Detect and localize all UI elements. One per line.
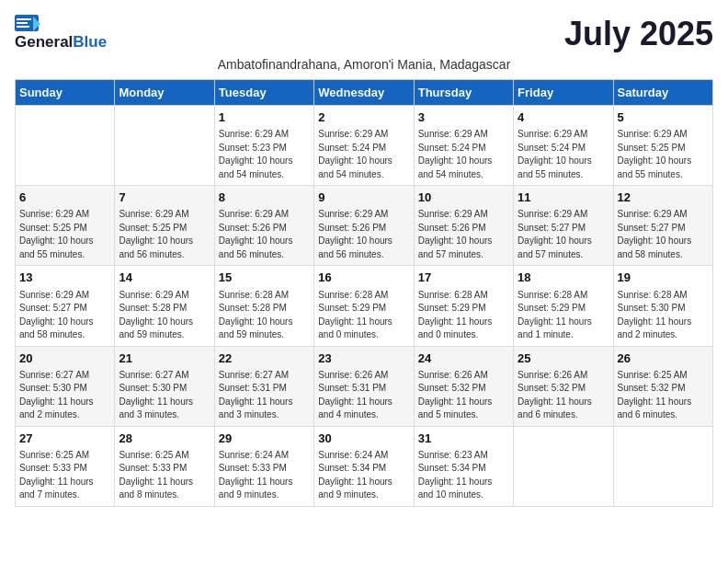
day-number: 20 — [19, 350, 110, 367]
day-info: Sunrise: 6:28 AM Sunset: 5:30 PM Dayligh… — [618, 289, 709, 342]
day-info: Sunrise: 6:28 AM Sunset: 5:29 PM Dayligh… — [318, 289, 409, 342]
calendar-cell: 26Sunrise: 6:25 AM Sunset: 5:32 PM Dayli… — [613, 346, 712, 426]
calendar-cell: 24Sunrise: 6:26 AM Sunset: 5:32 PM Dayli… — [414, 346, 513, 426]
month-title: July 2025 — [564, 15, 713, 53]
calendar-cell: 23Sunrise: 6:26 AM Sunset: 5:31 PM Dayli… — [314, 346, 414, 426]
svg-rect-3 — [17, 22, 28, 24]
day-info: Sunrise: 6:29 AM Sunset: 5:27 PM Dayligh… — [618, 208, 709, 261]
weekday-header: Monday — [115, 80, 214, 106]
day-info: Sunrise: 6:24 AM Sunset: 5:33 PM Dayligh… — [219, 449, 310, 502]
calendar-cell: 18Sunrise: 6:28 AM Sunset: 5:29 PM Dayli… — [514, 266, 613, 346]
day-info: Sunrise: 6:29 AM Sunset: 5:25 PM Dayligh… — [19, 208, 110, 261]
svg-rect-2 — [17, 18, 31, 20]
day-info: Sunrise: 6:25 AM Sunset: 5:33 PM Dayligh… — [19, 449, 110, 502]
calendar-cell: 28Sunrise: 6:25 AM Sunset: 5:33 PM Dayli… — [115, 426, 214, 506]
calendar-cell: 10Sunrise: 6:29 AM Sunset: 5:26 PM Dayli… — [414, 186, 513, 266]
calendar-cell: 15Sunrise: 6:28 AM Sunset: 5:28 PM Dayli… — [214, 266, 313, 346]
calendar-cell: 29Sunrise: 6:24 AM Sunset: 5:33 PM Dayli… — [214, 426, 313, 506]
day-number: 10 — [418, 190, 509, 206]
weekday-header: Sunday — [16, 80, 115, 106]
day-info: Sunrise: 6:26 AM Sunset: 5:32 PM Dayligh… — [518, 369, 609, 422]
logo-general: General — [15, 33, 73, 52]
day-number: 13 — [19, 270, 110, 286]
day-number: 4 — [518, 109, 609, 126]
calendar-cell: 17Sunrise: 6:28 AM Sunset: 5:29 PM Dayli… — [414, 266, 513, 346]
calendar-cell — [16, 106, 115, 186]
day-info: Sunrise: 6:29 AM Sunset: 5:25 PM Dayligh… — [119, 208, 210, 261]
day-number: 23 — [318, 350, 409, 367]
weekday-header: Tuesday — [214, 80, 313, 106]
calendar-cell: 7Sunrise: 6:29 AM Sunset: 5:25 PM Daylig… — [115, 186, 214, 266]
calendar-cell: 21Sunrise: 6:27 AM Sunset: 5:30 PM Dayli… — [115, 346, 214, 426]
calendar-cell: 8Sunrise: 6:29 AM Sunset: 5:26 PM Daylig… — [214, 186, 313, 266]
day-info: Sunrise: 6:29 AM Sunset: 5:26 PM Dayligh… — [418, 208, 509, 261]
calendar-cell — [115, 106, 214, 186]
day-info: Sunrise: 6:29 AM Sunset: 5:24 PM Dayligh… — [518, 128, 609, 181]
calendar-cell: 2Sunrise: 6:29 AM Sunset: 5:24 PM Daylig… — [314, 106, 414, 186]
day-number: 15 — [219, 270, 310, 286]
day-number: 11 — [518, 190, 609, 206]
day-info: Sunrise: 6:29 AM Sunset: 5:26 PM Dayligh… — [318, 208, 409, 261]
day-number: 5 — [618, 109, 709, 126]
day-number: 25 — [518, 350, 609, 367]
calendar-cell: 13Sunrise: 6:29 AM Sunset: 5:27 PM Dayli… — [16, 266, 115, 346]
day-info: Sunrise: 6:29 AM Sunset: 5:27 PM Dayligh… — [19, 289, 110, 342]
day-number: 17 — [418, 270, 509, 286]
calendar-cell: 5Sunrise: 6:29 AM Sunset: 5:25 PM Daylig… — [613, 106, 712, 186]
calendar-cell: 20Sunrise: 6:27 AM Sunset: 5:30 PM Dayli… — [16, 346, 115, 426]
calendar-cell — [514, 426, 613, 506]
day-number: 9 — [318, 190, 409, 206]
day-number: 19 — [618, 270, 709, 286]
day-info: Sunrise: 6:29 AM Sunset: 5:24 PM Dayligh… — [418, 128, 509, 181]
day-info: Sunrise: 6:29 AM Sunset: 5:27 PM Dayligh… — [518, 208, 609, 261]
day-info: Sunrise: 6:28 AM Sunset: 5:29 PM Dayligh… — [518, 289, 609, 342]
day-number: 21 — [119, 350, 210, 367]
day-info: Sunrise: 6:27 AM Sunset: 5:31 PM Dayligh… — [219, 369, 310, 422]
day-number: 7 — [119, 190, 210, 206]
day-number: 14 — [119, 270, 210, 286]
calendar-cell: 16Sunrise: 6:28 AM Sunset: 5:29 PM Dayli… — [314, 266, 414, 346]
calendar-cell: 19Sunrise: 6:28 AM Sunset: 5:30 PM Dayli… — [613, 266, 712, 346]
day-number: 16 — [318, 270, 409, 286]
day-number: 18 — [518, 270, 609, 286]
weekday-header: Saturday — [613, 80, 712, 106]
logo-icon — [15, 15, 40, 33]
calendar-cell: 3Sunrise: 6:29 AM Sunset: 5:24 PM Daylig… — [414, 106, 513, 186]
day-number: 3 — [418, 109, 509, 126]
calendar-cell: 30Sunrise: 6:24 AM Sunset: 5:34 PM Dayli… — [314, 426, 414, 506]
calendar-cell: 9Sunrise: 6:29 AM Sunset: 5:26 PM Daylig… — [314, 186, 414, 266]
day-info: Sunrise: 6:23 AM Sunset: 5:34 PM Dayligh… — [418, 449, 509, 502]
day-info: Sunrise: 6:28 AM Sunset: 5:28 PM Dayligh… — [219, 289, 310, 342]
calendar-cell: 31Sunrise: 6:23 AM Sunset: 5:34 PM Dayli… — [414, 426, 513, 506]
day-info: Sunrise: 6:27 AM Sunset: 5:30 PM Dayligh… — [119, 369, 210, 422]
day-number: 31 — [418, 431, 509, 447]
logo: General Blue — [15, 15, 107, 52]
calendar-cell: 22Sunrise: 6:27 AM Sunset: 5:31 PM Dayli… — [214, 346, 313, 426]
day-number: 28 — [119, 431, 210, 447]
svg-rect-4 — [17, 26, 29, 28]
weekday-header: Friday — [514, 80, 613, 106]
weekday-header: Wednesday — [314, 80, 414, 106]
day-info: Sunrise: 6:29 AM Sunset: 5:28 PM Dayligh… — [119, 289, 210, 342]
day-number: 6 — [19, 190, 110, 206]
day-info: Sunrise: 6:29 AM Sunset: 5:24 PM Dayligh… — [318, 128, 409, 181]
day-number: 22 — [219, 350, 310, 367]
day-info: Sunrise: 6:28 AM Sunset: 5:29 PM Dayligh… — [418, 289, 509, 342]
day-info: Sunrise: 6:25 AM Sunset: 5:33 PM Dayligh… — [119, 449, 210, 502]
calendar-cell: 14Sunrise: 6:29 AM Sunset: 5:28 PM Dayli… — [115, 266, 214, 346]
day-number: 30 — [318, 431, 409, 447]
day-info: Sunrise: 6:29 AM Sunset: 5:25 PM Dayligh… — [618, 128, 709, 181]
day-number: 8 — [219, 190, 310, 206]
calendar-cell: 1Sunrise: 6:29 AM Sunset: 5:23 PM Daylig… — [214, 106, 313, 186]
subtitle: Ambatofinandrahana, Amoron'i Mania, Mada… — [15, 57, 713, 72]
day-info: Sunrise: 6:27 AM Sunset: 5:30 PM Dayligh… — [19, 369, 110, 422]
day-number: 12 — [618, 190, 709, 206]
day-info: Sunrise: 6:24 AM Sunset: 5:34 PM Dayligh… — [318, 449, 409, 502]
day-info: Sunrise: 6:29 AM Sunset: 5:23 PM Dayligh… — [219, 128, 310, 181]
day-number: 1 — [219, 109, 310, 126]
day-info: Sunrise: 6:26 AM Sunset: 5:31 PM Dayligh… — [318, 369, 409, 422]
day-info: Sunrise: 6:29 AM Sunset: 5:26 PM Dayligh… — [219, 208, 310, 261]
day-number: 29 — [219, 431, 310, 447]
calendar-cell: 12Sunrise: 6:29 AM Sunset: 5:27 PM Dayli… — [613, 186, 712, 266]
day-info: Sunrise: 6:26 AM Sunset: 5:32 PM Dayligh… — [418, 369, 509, 422]
